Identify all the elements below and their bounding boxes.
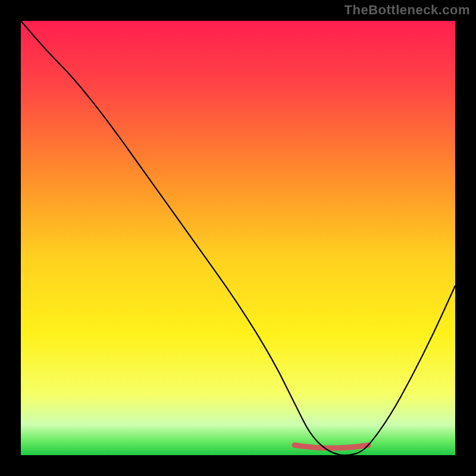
bottleneck-curve <box>21 21 455 455</box>
curve-layer <box>21 21 455 455</box>
plot-area <box>21 21 455 455</box>
chart-frame: TheBottleneck.com <box>0 0 476 476</box>
valley-marker <box>295 445 368 448</box>
watermark-text: TheBottleneck.com <box>345 2 470 18</box>
